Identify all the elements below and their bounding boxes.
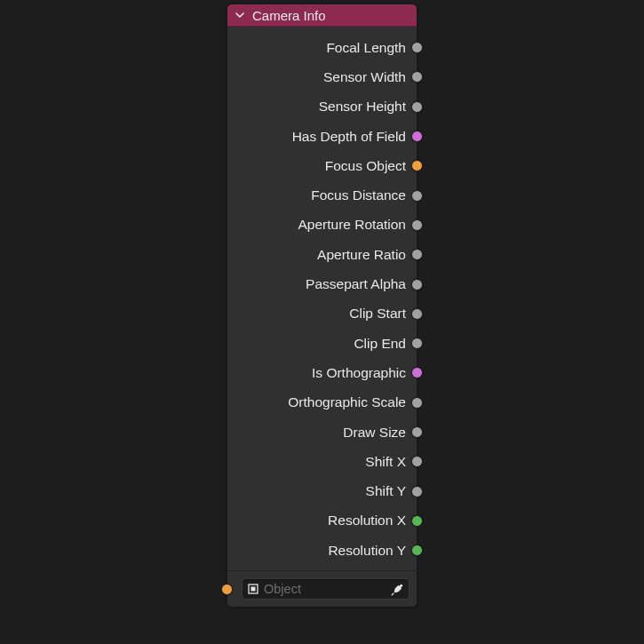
- output-row: Has Depth of Field: [227, 122, 417, 151]
- output-label: Focal Length: [326, 40, 406, 56]
- output-row: Resolution X: [227, 506, 417, 536]
- output-socket[interactable]: [411, 279, 423, 290]
- output-socket[interactable]: [411, 456, 423, 467]
- output-label: Orthographic Scale: [288, 394, 406, 410]
- output-socket[interactable]: [411, 545, 423, 556]
- output-label: Clip Start: [349, 306, 406, 322]
- output-socket[interactable]: [411, 131, 423, 142]
- node-header[interactable]: Camera Info: [227, 4, 417, 27]
- output-socket[interactable]: [411, 486, 423, 497]
- output-row: Shift X: [227, 447, 417, 476]
- output-label: Resolution Y: [328, 543, 406, 559]
- output-row: Sensor Height: [227, 92, 417, 122]
- output-row: Draw Size: [227, 417, 417, 447]
- node-title: Camera Info: [252, 8, 326, 23]
- svg-rect-1: [251, 587, 256, 592]
- output-socket[interactable]: [411, 367, 423, 378]
- output-socket[interactable]: [411, 308, 423, 320]
- output-row: Resolution Y: [227, 536, 417, 565]
- object-input-field[interactable]: Object: [242, 578, 409, 600]
- output-row: Clip End: [227, 329, 417, 358]
- outputs-list: Focal LengthSensor WidthSensor HeightHas…: [227, 27, 417, 570]
- output-socket[interactable]: [411, 338, 423, 349]
- output-row: Focus Distance: [227, 180, 417, 210]
- output-row: Focal Length: [227, 33, 417, 62]
- input-row-object: Object: [227, 570, 417, 607]
- output-row: Is Orthographic: [227, 358, 417, 387]
- object-placeholder-text: Object: [264, 582, 389, 596]
- output-label: Has Depth of Field: [292, 129, 406, 145]
- output-socket[interactable]: [411, 397, 423, 409]
- output-socket[interactable]: [411, 71, 423, 83]
- output-socket[interactable]: [411, 515, 423, 527]
- output-label: Sensor Width: [323, 69, 406, 85]
- output-row: Aperture Rotation: [227, 211, 417, 240]
- output-row: Orthographic Scale: [227, 388, 417, 417]
- input-socket-object[interactable]: [221, 584, 233, 595]
- object-datablock-icon: [246, 582, 260, 596]
- output-label: Passepart Alpha: [306, 276, 406, 292]
- camera-info-node[interactable]: Camera Info Focal LengthSensor WidthSens…: [227, 4, 417, 608]
- output-label: Aperture Rotation: [298, 217, 407, 233]
- output-socket[interactable]: [411, 101, 423, 113]
- output-socket[interactable]: [411, 42, 423, 53]
- output-row: Clip Start: [227, 299, 417, 329]
- output-label: Aperture Ratio: [317, 247, 406, 263]
- output-socket[interactable]: [411, 219, 423, 231]
- output-label: Draw Size: [343, 425, 406, 441]
- output-row: Aperture Ratio: [227, 240, 417, 269]
- output-socket[interactable]: [411, 190, 423, 202]
- output-label: Focus Distance: [311, 187, 406, 203]
- output-label: Resolution X: [328, 513, 406, 529]
- output-label: Shift X: [365, 454, 406, 470]
- output-row: Sensor Width: [227, 62, 417, 91]
- output-socket[interactable]: [411, 426, 423, 438]
- output-socket[interactable]: [411, 160, 423, 171]
- output-row: Focus Object: [227, 151, 417, 180]
- output-label: Sensor Height: [319, 99, 406, 115]
- output-label: Is Orthographic: [312, 365, 406, 381]
- output-socket[interactable]: [411, 249, 423, 260]
- output-label: Focus Object: [325, 158, 406, 174]
- output-row: Shift Y: [227, 476, 417, 505]
- output-row: Passepart Alpha: [227, 269, 417, 298]
- chevron-down-icon: [235, 10, 245, 20]
- output-label: Clip End: [354, 336, 406, 352]
- output-label: Shift Y: [366, 483, 406, 499]
- eyedropper-icon[interactable]: [389, 581, 405, 597]
